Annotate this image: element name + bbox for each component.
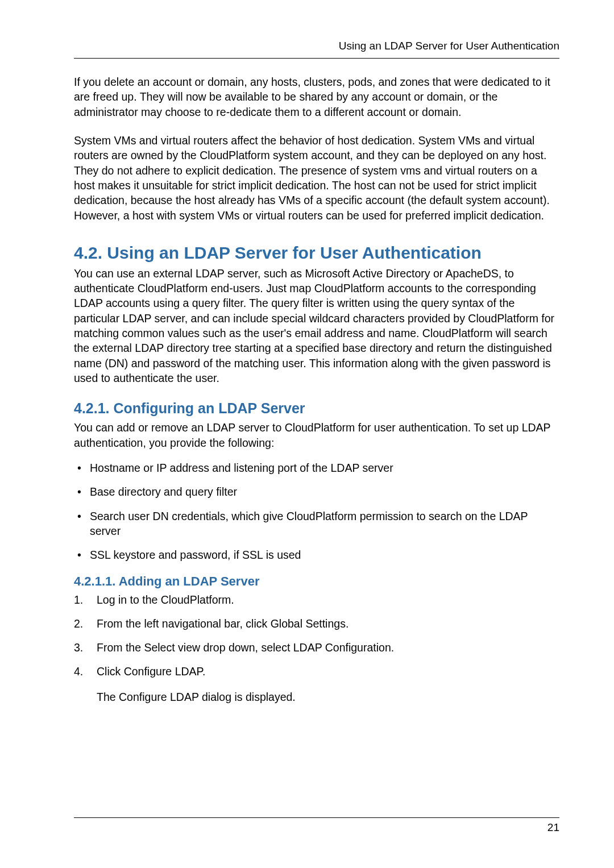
page-number: 21 <box>74 817 559 834</box>
intro-paragraph-1: If you delete an account or domain, any … <box>74 74 559 119</box>
step-text: Log in to the CloudPlatform. <box>97 593 234 606</box>
running-header: Using an LDAP Server for User Authentica… <box>74 34 559 59</box>
steps-list: Log in to the CloudPlatform. From the le… <box>74 592 559 705</box>
intro-paragraph-2: System VMs and virtual routers affect th… <box>74 133 559 223</box>
page-footer: 21 <box>74 817 559 834</box>
heading-4-2: 4.2. Using an LDAP Server for User Authe… <box>74 243 559 263</box>
list-item: SSL keystore and password, if SSL is use… <box>74 547 559 562</box>
requirements-list: Hostname or IP address and listening por… <box>74 460 559 563</box>
list-item: Hostname or IP address and listening por… <box>74 460 559 475</box>
section-4-2-paragraph: You can use an external LDAP server, suc… <box>74 266 559 386</box>
document-page: Using an LDAP Server for User Authentica… <box>0 0 614 868</box>
step-text: Click Configure LDAP. <box>97 665 205 678</box>
step-text: From the left navigational bar, click Gl… <box>97 617 349 630</box>
heading-4-2-1: 4.2.1. Configuring an LDAP Server <box>74 400 559 417</box>
step-note: The Configure LDAP dialog is displayed. <box>97 690 559 704</box>
section-4-2-1-paragraph: You can add or remove an LDAP server to … <box>74 420 559 450</box>
heading-4-2-1-1: 4.2.1.1. Adding an LDAP Server <box>74 574 559 589</box>
step-item: From the left navigational bar, click Gl… <box>74 616 559 631</box>
step-text: From the Select view drop down, select L… <box>97 641 394 654</box>
step-item: Log in to the CloudPlatform. <box>74 592 559 607</box>
list-item: Search user DN credentials, which give C… <box>74 509 559 539</box>
list-item: Base directory and query filter <box>74 484 559 499</box>
step-item: From the Select view drop down, select L… <box>74 640 559 655</box>
step-item: Click Configure LDAP. The Configure LDAP… <box>74 664 559 704</box>
